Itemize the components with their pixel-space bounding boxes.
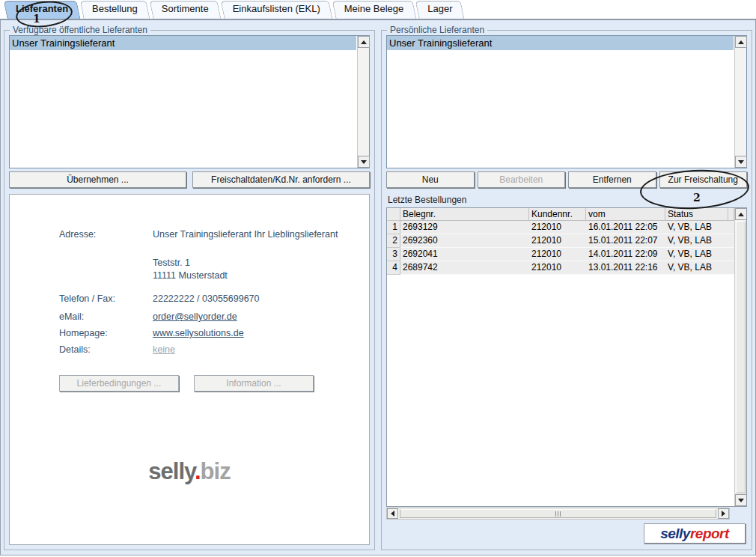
scrollbar-thumb[interactable] [736,221,746,493]
personal-list-scrollbar[interactable] [734,36,746,168]
bearbeiten-button[interactable]: Bearbeiten [478,171,566,188]
tab-sortimente[interactable]: Sortimente [151,1,219,19]
email-link[interactable]: order@sellyorder.de [153,311,237,322]
tab-bestellung[interactable]: Bestellung [82,1,148,19]
arrow-up-icon [738,40,744,44]
orders-table-vscrollbar[interactable] [734,208,746,506]
thumb-grip [558,511,558,517]
public-suppliers-list[interactable]: Unser Trainingslieferant [9,35,370,168]
report-logo-row: sellyreport [386,523,746,544]
arrow-up-icon [738,213,744,216]
scroll-right-button[interactable] [718,508,729,519]
public-suppliers-panel: Verfügbare öffentliche Lieferanten Unser… [4,30,375,550]
row-number-header [387,208,400,221]
scroll-up-button[interactable] [358,36,370,48]
entfernen-button[interactable]: Entfernen [568,171,656,188]
lieferbedingungen-button[interactable]: Lieferbedingungen ... [59,375,179,392]
adresse-city: 11111 Musterstadt [153,270,228,281]
adresse-value: Unser Trainingslieferant Ihr Lieblingsli… [153,229,338,240]
freischaltdaten-anfordern-button[interactable]: Freischaltdaten/Kd.Nr. anfordern ... [192,171,370,188]
sellyreport-logo[interactable]: sellyreport [644,523,746,544]
col-vom[interactable]: vom [586,208,665,221]
information-button[interactable]: Information ... [194,375,314,392]
public-list-scrollbar[interactable] [357,36,369,168]
zur-freischaltung-button[interactable]: Zur Freischaltung [659,171,748,188]
arrow-down-icon [361,160,367,164]
personal-suppliers-panel: Persönliche Lieferanten Unser Trainingsl… [381,30,752,550]
homepage-label: Homepage: [59,328,108,338]
personal-suppliers-title: Persönliche Lieferanten [387,25,487,35]
telefon-label: Telefon / Fax: [59,293,115,304]
scrollbar-thumb[interactable] [400,509,716,518]
arrow-left-icon [391,511,394,517]
tab-meine-belege[interactable]: Meine Belege [334,1,415,19]
scroll-up-button[interactable] [735,36,747,48]
thumb-grip [560,511,561,517]
table-row[interactable]: 1 2693129 212010 16.01.2011 22:05 V, VB,… [387,221,734,234]
tab-einkaufslisten[interactable]: Einkaufslisten (EKL) [222,1,331,19]
adresse-label: Adresse: [59,229,96,240]
table-row[interactable]: 3 2692041 212010 14.01.2011 22:09 V, VB,… [387,248,734,261]
app-window: Lieferanten Bestellung Sortimente Einkau… [0,0,756,557]
scroll-up-button[interactable] [735,208,747,220]
list-item[interactable]: Unser Trainingslieferant [10,36,356,50]
tab-lieferanten[interactable]: Lieferanten [5,1,79,19]
details-label: Details: [59,344,91,355]
arrow-down-icon [738,160,744,164]
scroll-down-button[interactable] [735,156,747,168]
orders-table-header: Belegnr. Kundennr. vom Status [387,208,734,221]
list-item[interactable]: Unser Trainingslieferant [387,36,734,50]
arrow-up-icon [361,40,367,44]
thumb-grip [555,511,556,517]
neu-button[interactable]: Neu [386,171,475,188]
orders-table: Belegnr. Kundennr. vom Status 1 2693129 … [386,207,747,507]
table-row[interactable]: 2 2692360 212010 15.01.2011 22:07 V, VB,… [387,234,734,248]
public-suppliers-title: Verfügbare öffentliche Lieferanten [10,25,150,35]
col-kundennr[interactable]: Kundennr. [529,208,586,221]
main-content: Verfügbare öffentliche Lieferanten Unser… [0,20,756,556]
uebernehmen-button[interactable]: Übernehmen ... [9,171,186,188]
telefon-value: 22222222 / 03055699670 [153,293,260,304]
col-status[interactable]: Status [665,208,728,221]
arrow-down-icon [738,499,744,502]
tab-bar: Lieferanten Bestellung Sortimente Einkau… [0,0,756,20]
arrow-right-icon [722,511,725,517]
logo-dot: . [195,458,201,484]
selly-biz-logo: selly.biz [10,458,369,485]
letzte-bestellungen-title: Letzte Bestellungen [388,195,747,205]
col-filler [728,208,734,221]
details-link[interactable]: keine [153,344,175,355]
col-belegnr[interactable]: Belegnr. [400,208,529,221]
email-label: eMail: [59,311,84,322]
personal-suppliers-actions: Neu Bearbeiten Entfernen Zur Freischaltu… [386,171,747,188]
homepage-link[interactable]: www.sellysolutions.de [153,328,244,338]
personal-suppliers-list[interactable]: Unser Trainingslieferant [386,35,747,168]
orders-table-hscrollbar[interactable] [386,508,730,520]
tab-lager[interactable]: Lager [417,1,463,19]
scroll-left-button[interactable] [387,508,398,519]
public-suppliers-actions: Übernehmen ... Freischaltdaten/Kd.Nr. an… [9,171,370,188]
scroll-down-button[interactable] [358,156,370,168]
table-row[interactable]: 4 2689742 212010 13.01.2011 22:16 V, VB,… [387,261,734,275]
adresse-street: Teststr. 1 [153,258,190,268]
scroll-down-button[interactable] [735,494,747,506]
supplier-details-box: Adresse: Unser Trainingslieferant Ihr Li… [9,194,370,545]
